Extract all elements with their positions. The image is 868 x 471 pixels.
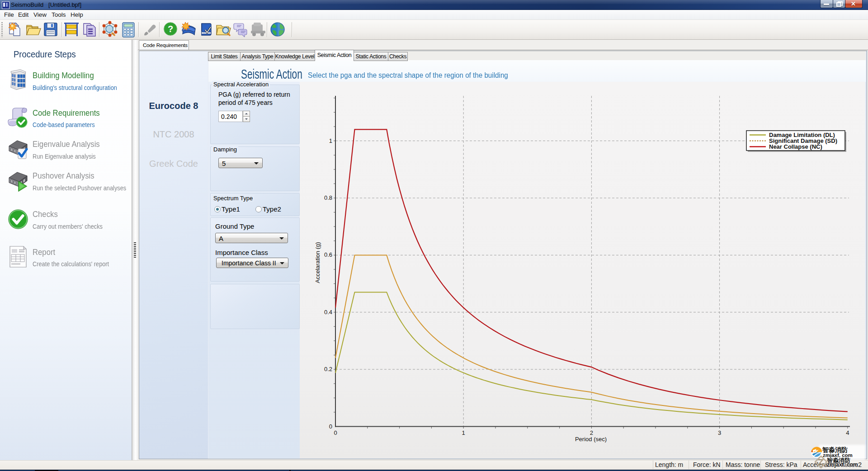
svg-text:3: 3 bbox=[718, 429, 721, 436]
svg-text:0.4: 0.4 bbox=[324, 309, 332, 316]
svg-text:1: 1 bbox=[462, 429, 465, 436]
svg-text:Accelaration (g): Accelaration (g) bbox=[314, 242, 321, 283]
svg-text:2: 2 bbox=[590, 429, 593, 436]
svg-text:?: ? bbox=[168, 24, 173, 34]
svg-text:0.8: 0.8 bbox=[324, 194, 332, 201]
svg-text:Near Collapse (NC): Near Collapse (NC) bbox=[769, 143, 822, 150]
svg-text:0.2: 0.2 bbox=[324, 366, 332, 372]
svg-text:0.6: 0.6 bbox=[324, 251, 332, 258]
svg-text:1: 1 bbox=[329, 137, 332, 144]
svg-text:4: 4 bbox=[846, 429, 849, 436]
svg-text:0: 0 bbox=[329, 423, 332, 430]
svg-text:0: 0 bbox=[334, 429, 337, 436]
svg-text:Period (sec): Period (sec) bbox=[575, 436, 607, 443]
